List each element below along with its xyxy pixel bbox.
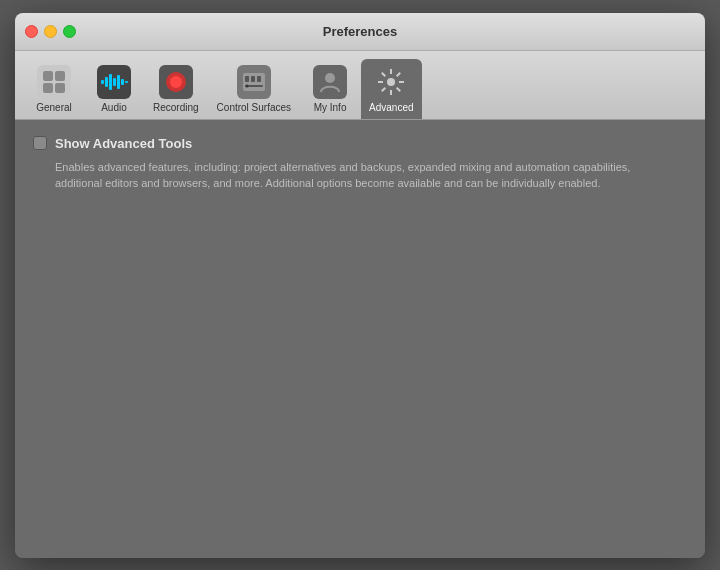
minimize-button[interactable]	[44, 25, 57, 38]
tab-control-surfaces[interactable]: Control Surfaces	[209, 59, 299, 119]
audio-icon	[97, 65, 131, 99]
control-surfaces-icon	[237, 65, 271, 99]
svg-rect-2	[43, 83, 53, 93]
svg-rect-14	[245, 76, 249, 82]
tab-general[interactable]: General	[25, 59, 83, 119]
svg-line-26	[397, 87, 401, 91]
svg-rect-7	[113, 78, 116, 86]
svg-rect-10	[125, 81, 128, 83]
tab-recording[interactable]: Recording	[145, 59, 207, 119]
maximize-button[interactable]	[63, 25, 76, 38]
tab-recording-label: Recording	[153, 102, 199, 113]
advanced-icon	[374, 65, 408, 99]
title-bar: Preferences	[15, 13, 705, 51]
svg-rect-15	[251, 76, 255, 82]
window-title: Preferences	[323, 24, 397, 39]
svg-point-19	[325, 73, 335, 83]
traffic-lights	[25, 25, 76, 38]
show-advanced-tools-row: Show Advanced Tools	[33, 136, 687, 151]
svg-rect-8	[117, 75, 120, 89]
svg-rect-9	[121, 79, 124, 85]
svg-line-28	[382, 87, 386, 91]
tab-my-info[interactable]: My Info	[301, 59, 359, 119]
general-icon	[37, 65, 71, 99]
svg-point-18	[245, 84, 248, 87]
svg-rect-3	[55, 83, 65, 93]
svg-rect-0	[43, 71, 53, 81]
svg-rect-4	[101, 80, 104, 84]
tab-control-surfaces-label: Control Surfaces	[217, 102, 291, 113]
my-info-icon	[313, 65, 347, 99]
svg-line-27	[397, 72, 401, 76]
content-area: Show Advanced Tools Enables advanced fea…	[15, 120, 705, 558]
show-advanced-tools-label: Show Advanced Tools	[55, 136, 192, 151]
recording-icon	[159, 65, 193, 99]
preferences-window: Preferences General	[15, 13, 705, 558]
close-button[interactable]	[25, 25, 38, 38]
toolbar: General Audio	[15, 51, 705, 120]
tab-audio-label: Audio	[101, 102, 127, 113]
show-advanced-tools-description: Enables advanced features, including: pr…	[55, 159, 635, 192]
svg-rect-16	[257, 76, 261, 82]
svg-rect-5	[105, 77, 108, 87]
tab-advanced-label: Advanced	[369, 102, 413, 113]
svg-rect-1	[55, 71, 65, 81]
tab-audio[interactable]: Audio	[85, 59, 143, 119]
svg-point-20	[387, 78, 395, 86]
tab-general-label: General	[36, 102, 72, 113]
tab-my-info-label: My Info	[314, 102, 347, 113]
show-advanced-tools-checkbox[interactable]	[33, 136, 47, 150]
svg-point-12	[170, 76, 182, 88]
svg-rect-6	[109, 74, 112, 90]
tab-advanced[interactable]: Advanced	[361, 59, 421, 119]
svg-line-25	[382, 72, 386, 76]
